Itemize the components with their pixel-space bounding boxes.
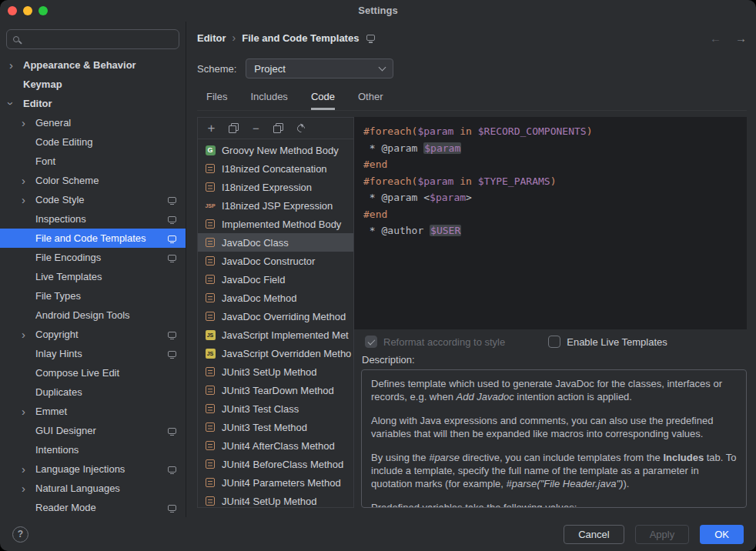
enable-live-templates-checkbox[interactable]: Enable Live Templates	[548, 336, 667, 348]
list-item[interactable]: JUnit3 Test Method	[198, 418, 353, 436]
description-panel[interactable]: Defines template which used to generate …	[361, 369, 747, 508]
sidebar-item-file-and-code-templates[interactable]: File and Code Templates	[0, 229, 186, 248]
reformat-checkbox[interactable]: Reformat according to style	[365, 336, 505, 348]
list-item[interactable]: Implemented Method Body	[198, 215, 353, 233]
list-item[interactable]: I18nized JSP Expression	[198, 196, 353, 215]
remove-icon[interactable]	[251, 123, 261, 133]
sidebar-item-android-design-tools[interactable]: Android Design Tools	[0, 306, 186, 325]
add-child-icon[interactable]	[229, 123, 239, 133]
tab-includes[interactable]: Includes	[250, 83, 287, 110]
search-icon	[13, 36, 19, 42]
scheme-select[interactable]: Project	[246, 58, 393, 78]
list-item[interactable]: JUnit4 AfterClass Method	[198, 436, 353, 455]
close-window-button[interactable]	[8, 6, 17, 15]
sidebar-item-label: Code Style	[35, 194, 168, 205]
apply-button[interactable]: Apply	[635, 525, 690, 544]
search-input[interactable]	[25, 34, 172, 45]
sidebar-item-keymap[interactable]: Keymap	[0, 75, 186, 94]
reset-icon[interactable]	[296, 123, 306, 133]
list-item[interactable]: JavaDoc Class	[198, 233, 353, 252]
template-name: I18nized JSP Expression	[222, 200, 333, 212]
help-icon[interactable]	[12, 526, 28, 543]
list-item[interactable]: JavaDoc Method	[198, 289, 353, 307]
checkbox-icon	[365, 336, 377, 348]
template-name: JavaDoc Method	[222, 292, 297, 304]
settings-search-box[interactable]	[6, 29, 179, 49]
copy-icon[interactable]	[273, 123, 283, 133]
page-title: File and Code Templates	[242, 32, 359, 44]
cancel-button[interactable]: Cancel	[564, 525, 624, 544]
tab-other[interactable]: Other	[358, 83, 383, 110]
sidebar-item-editor[interactable]: Editor	[0, 94, 186, 113]
sidebar-item-font[interactable]: Font	[0, 152, 186, 171]
sidebar-item-code-style[interactable]: Code Style	[0, 190, 186, 209]
add-icon[interactable]	[206, 123, 216, 133]
sidebar-item-intentions[interactable]: Intentions	[0, 440, 186, 459]
chevron-right-icon[interactable]	[22, 175, 35, 186]
sidebar-item-label: Compose Live Edit	[35, 367, 176, 379]
tab-files[interactable]: Files	[206, 83, 227, 110]
monitor-icon	[168, 332, 176, 338]
list-item[interactable]: JavaDoc Field	[198, 270, 353, 289]
tab-code[interactable]: Code	[311, 83, 335, 110]
sidebar-item-general[interactable]: General	[0, 113, 186, 132]
forward-arrow-icon[interactable]	[735, 32, 747, 45]
chevron-right-icon[interactable]	[22, 194, 35, 205]
list-item[interactable]: I18nized Concatenation	[198, 159, 353, 178]
description-text: directive, you can include templates fro…	[460, 452, 663, 463]
list-item[interactable]: JavaDoc Overriding Method	[198, 307, 353, 326]
code-line: #end	[363, 156, 738, 173]
sidebar-item-copyright[interactable]: Copyright	[0, 325, 186, 344]
sidebar-item-code-editing[interactable]: Code Editing	[0, 132, 186, 152]
zoom-window-button[interactable]	[38, 6, 48, 15]
chevron-right-icon[interactable]	[22, 406, 35, 417]
template-name: I18nized Concatenation	[222, 163, 327, 175]
chevron-right-icon[interactable]	[22, 463, 35, 475]
scheme-selected-value: Project	[254, 63, 285, 75]
ok-button[interactable]: OK	[700, 525, 744, 544]
chevron-right-icon[interactable]	[22, 483, 35, 494]
list-item[interactable]: I18nized Expression	[198, 178, 353, 196]
template-code-editor[interactable]: #foreach($param in $RECORD_COMPONENTS) *…	[354, 117, 747, 329]
sidebar-item-inlay-hints[interactable]: Inlay Hints	[0, 344, 186, 363]
code-token: in	[460, 175, 472, 187]
list-item[interactable]: JUnit4 BeforeClass Method	[198, 455, 353, 473]
sidebar-item-file-encodings[interactable]: File Encodings	[0, 248, 186, 267]
checkbox-label: Reformat according to style	[383, 336, 505, 348]
list-item[interactable]: JavaScript Implemented Met	[198, 326, 353, 344]
sidebar-item-reader-mode[interactable]: Reader Mode	[0, 498, 186, 517]
list-item[interactable]: JUnit3 Test Class	[198, 399, 353, 418]
list-item[interactable]: JavaScript Overridden Metho	[198, 344, 353, 362]
sidebar-item-file-types[interactable]: File Types	[0, 286, 186, 306]
sidebar-item-appearance-behavior[interactable]: Appearance & Behavior	[0, 55, 186, 75]
chevron-right-icon[interactable]	[22, 117, 35, 129]
sidebar-item-live-templates[interactable]: Live Templates	[0, 267, 186, 286]
sidebar-item-label: Reader Mode	[35, 502, 168, 513]
chevron-right-icon[interactable]	[22, 329, 35, 340]
minimize-window-button[interactable]	[23, 6, 32, 15]
sidebar-item-natural-languages[interactable]: Natural Languages	[0, 479, 186, 498]
sidebar-item-emmet[interactable]: Emmet	[0, 402, 186, 421]
list-item[interactable]: JUnit4 Parameters Method	[198, 473, 353, 492]
back-arrow-icon[interactable]	[710, 32, 721, 45]
chevron-down-icon[interactable]	[9, 98, 23, 109]
list-item[interactable]: Groovy New Method Body	[198, 141, 353, 159]
sidebar-item-color-scheme[interactable]: Color Scheme	[0, 171, 186, 190]
chevron-right-icon[interactable]	[9, 59, 23, 71]
sidebar-item-duplicates[interactable]: Duplicates	[0, 382, 186, 402]
list-item[interactable]: JUnit3 SetUp Method	[198, 362, 353, 381]
list-item[interactable]: JavaDoc Constructor	[198, 252, 353, 270]
template-name: JUnit4 SetUp Method	[222, 496, 317, 507]
list-item[interactable]: JUnit4 SetUp Method	[198, 492, 353, 507]
sidebar-item-compose-live-edit[interactable]: Compose Live Edit	[0, 363, 186, 382]
breadcrumb-parent[interactable]: Editor	[197, 32, 226, 44]
scheme-label: Scheme:	[197, 63, 236, 75]
sidebar-item-gui-designer[interactable]: GUI Designer	[0, 421, 186, 440]
list-item[interactable]: JUnit3 TearDown Method	[198, 381, 353, 399]
code-token: #foreach(	[363, 175, 417, 187]
description-text: intention action is applied.	[514, 391, 632, 402]
template-name: JavaDoc Class	[222, 237, 289, 249]
sidebar-item-language-injections[interactable]: Language Injections	[0, 459, 186, 479]
template-icon	[204, 477, 216, 489]
sidebar-item-inspections[interactable]: Inspections	[0, 209, 186, 229]
